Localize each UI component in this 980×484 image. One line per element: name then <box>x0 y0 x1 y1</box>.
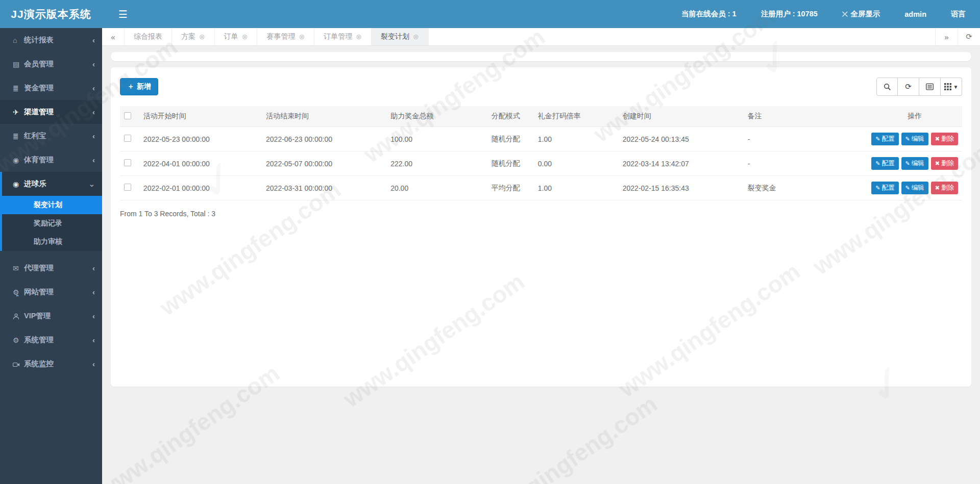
chevron-left-icon: ‹ <box>92 288 95 296</box>
registered-users-count: 注册用户 : 10785 <box>761 9 818 19</box>
delete-button[interactable]: ✖删除 <box>931 157 958 170</box>
grid-columns-icon <box>944 83 951 90</box>
select-all-checkbox[interactable] <box>124 112 131 119</box>
fullscreen-icon: ⤫ <box>842 10 847 18</box>
row-checkbox[interactable] <box>124 135 131 142</box>
config-button[interactable]: ✎配置 <box>871 133 898 145</box>
delete-button[interactable]: ✖删除 <box>931 133 958 145</box>
sidebar-item-sports[interactable]: ◉ 体育管理 ‹ <box>0 148 102 172</box>
list-view-icon <box>926 83 934 90</box>
column-header: 活动开始时间 <box>139 106 262 127</box>
row-checkbox[interactable] <box>124 159 131 166</box>
sidebar-subitem-reward-records[interactable]: 奖励记录 <box>2 214 102 233</box>
tab-plan[interactable]: 方案 ⊗ <box>172 28 215 45</box>
edit-button[interactable]: ✎编辑 <box>901 157 928 170</box>
tab-order-management[interactable]: 订单管理 ⊗ <box>314 28 372 45</box>
tab-close-icon[interactable]: ⊗ <box>242 33 248 40</box>
data-panel: ＋ 新增 ⟳ ▼ <box>111 67 971 387</box>
tabs-scroll-left-button[interactable]: « <box>102 28 125 45</box>
user-menu[interactable]: admin <box>904 10 926 18</box>
chevron-left-icon: ‹ <box>92 132 95 140</box>
hamburger-menu-icon[interactable]: ☰ <box>118 8 128 20</box>
config-button[interactable]: ✎配置 <box>871 182 898 194</box>
edit-button[interactable]: ✎编辑 <box>901 182 928 194</box>
chevron-left-icon: ‹ <box>92 360 95 368</box>
send-icon: ✈ <box>13 108 24 116</box>
tabbar: « 综合报表 方案 ⊗ 订单 ⊗ 赛事管理 ⊗ 订单管理 ⊗ 裂变计划 ⊗ » … <box>102 28 980 46</box>
edit-button[interactable]: ✎编辑 <box>901 133 928 145</box>
sidebar-item-agents[interactable]: ✉ 代理管理 ‹ <box>0 256 102 280</box>
futbol-icon: ◉ <box>13 156 24 164</box>
edit-icon: ✎ <box>875 185 880 191</box>
tabs-refresh-button[interactable]: ⟳ <box>958 28 980 45</box>
row-checkbox[interactable] <box>124 184 131 191</box>
chevron-left-icon: ‹ <box>92 108 95 116</box>
delete-button[interactable]: ✖删除 <box>931 182 958 194</box>
plus-icon: ＋ <box>127 82 134 91</box>
tab-match-management[interactable]: 赛事管理 ⊗ <box>257 28 314 45</box>
column-header: 备注 <box>744 106 867 127</box>
chevron-left-icon: ‹ <box>92 264 95 272</box>
edit-icon: ✎ <box>875 136 880 142</box>
sidebar-group-goal-fun: ◉ 进球乐 ⌄ 裂变计划 奖励记录 助力审核 <box>0 172 102 251</box>
fullscreen-button[interactable]: ⤫ 全屏显示 <box>842 9 880 19</box>
envelope-icon: ✉ <box>13 264 24 272</box>
sidebar-item-system-settings[interactable]: ⚙ 系统管理 ‹ <box>0 328 102 352</box>
sidebar-item-channels[interactable]: ✈ 渠道管理 ‹ <box>0 100 102 124</box>
chevron-left-icon: ‹ <box>92 156 95 164</box>
search-icon <box>884 83 891 91</box>
database-icon: ≣ <box>13 84 24 92</box>
tab-close-icon[interactable]: ⊗ <box>299 33 305 40</box>
sidebar-item-system-monitor[interactable]: 系统监控 ‹ <box>0 352 102 376</box>
sidebar-subitem-fission-plan[interactable]: 裂变计划 <box>2 196 102 214</box>
pagination-summary: From 1 To 3 Records, Total : 3 <box>120 210 962 218</box>
search-button[interactable] <box>876 78 898 96</box>
tab-close-icon[interactable]: ⊗ <box>413 33 419 40</box>
tab-close-icon[interactable]: ⊗ <box>356 33 362 40</box>
column-header: 操作 <box>867 106 962 127</box>
table-header-row: 活动开始时间 活动结束时间 助力奖金总额 分配模式 礼金打码倍率 创建时间 备注… <box>120 106 962 127</box>
toggle-view-button[interactable] <box>919 78 941 96</box>
chevron-left-icon: ‹ <box>92 60 95 68</box>
close-icon: ✖ <box>935 185 940 191</box>
add-button[interactable]: ＋ 新增 <box>120 78 158 95</box>
edit-icon: ✎ <box>905 136 910 142</box>
config-button[interactable]: ✎配置 <box>871 157 898 170</box>
tab-close-icon[interactable]: ⊗ <box>199 33 205 40</box>
caret-down-icon: ▼ <box>953 84 959 90</box>
sidebar-item-members[interactable]: ▤ 会员管理 ‹ <box>0 52 102 76</box>
language-menu[interactable]: 语言 <box>951 9 966 19</box>
topbar: JJ演示版本系统 ☰ 当前在线会员 : 1 注册用户 : 10785 ⤫ 全屏显… <box>0 0 980 28</box>
sidebar-subitem-assist-review[interactable]: 助力审核 <box>2 233 102 251</box>
tab-orders[interactable]: 订单 ⊗ <box>215 28 258 45</box>
sidebar-item-bonus[interactable]: ≣ 红利宝 ‹ <box>0 124 102 148</box>
futbol-icon: ◉ <box>13 180 24 188</box>
user-icon <box>13 312 24 320</box>
close-icon: ✖ <box>935 160 940 167</box>
sidebar-item-statistics[interactable]: ⌂ 统计报表 ‹ <box>0 28 102 52</box>
id-card-icon: ▤ <box>13 60 24 68</box>
sidebar-item-goal-fun[interactable]: ◉ 进球乐 ⌄ <box>2 172 102 196</box>
table-row: 2022-02-01 00:00:00 2022-03-31 00:00:00 … <box>120 176 962 200</box>
column-header: 活动结束时间 <box>262 106 386 127</box>
fission-plan-table: 活动开始时间 活动结束时间 助力奖金总额 分配模式 礼金打码倍率 创建时间 备注… <box>120 106 962 200</box>
chevron-left-icon: ‹ <box>92 84 95 92</box>
collapsed-filter-panel[interactable] <box>111 52 971 61</box>
main-content: ＋ 新增 ⟳ ▼ <box>102 46 980 484</box>
app-logo: JJ演示版本系统 <box>0 0 102 28</box>
sidebar-item-vip[interactable]: VIP管理 ‹ <box>0 304 102 328</box>
video-camera-icon <box>13 360 24 368</box>
tab-fission-plan[interactable]: 裂变计划 ⊗ <box>372 28 429 45</box>
sidebar: ⌂ 统计报表 ‹ ▤ 会员管理 ‹ ≣ 资金管理 ‹ ✈ 渠道管理 ‹ ≣ 红利… <box>0 28 102 484</box>
cogs-icon: ⚙͈ <box>13 288 24 296</box>
chevron-left-icon: ‹ <box>92 336 95 344</box>
tabs-scroll-right-button[interactable]: » <box>935 28 958 45</box>
table-row: 2022-04-01 00:00:00 2022-05-07 00:00:00 … <box>120 151 962 176</box>
column-header: 助力奖金总额 <box>386 106 487 127</box>
tab-comprehensive-report[interactable]: 综合报表 <box>125 28 172 45</box>
chevron-down-icon: ⌄ <box>88 180 95 189</box>
refresh-button[interactable]: ⟳ <box>898 78 919 96</box>
sidebar-item-website[interactable]: ⚙͈ 网站管理 ‹ <box>0 280 102 304</box>
sidebar-item-funds[interactable]: ≣ 资金管理 ‹ <box>0 76 102 100</box>
columns-button[interactable]: ▼ <box>941 78 962 96</box>
